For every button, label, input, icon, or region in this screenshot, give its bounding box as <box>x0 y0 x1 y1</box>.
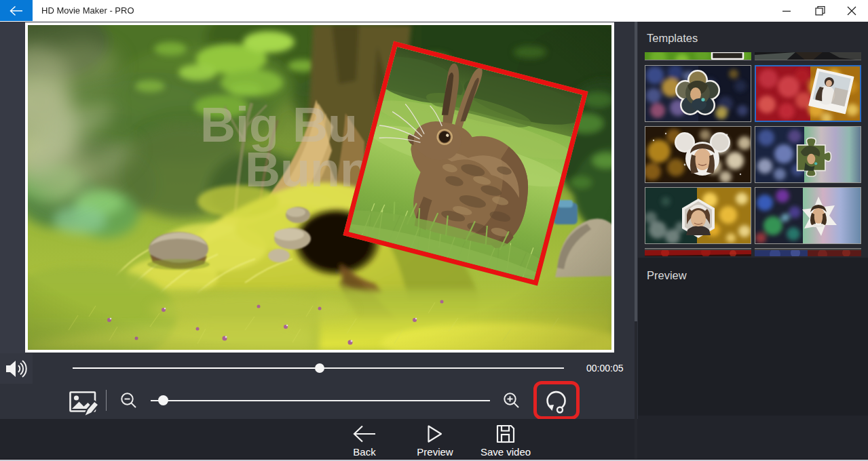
svg-text:Bunn: Bunn <box>245 142 370 197</box>
